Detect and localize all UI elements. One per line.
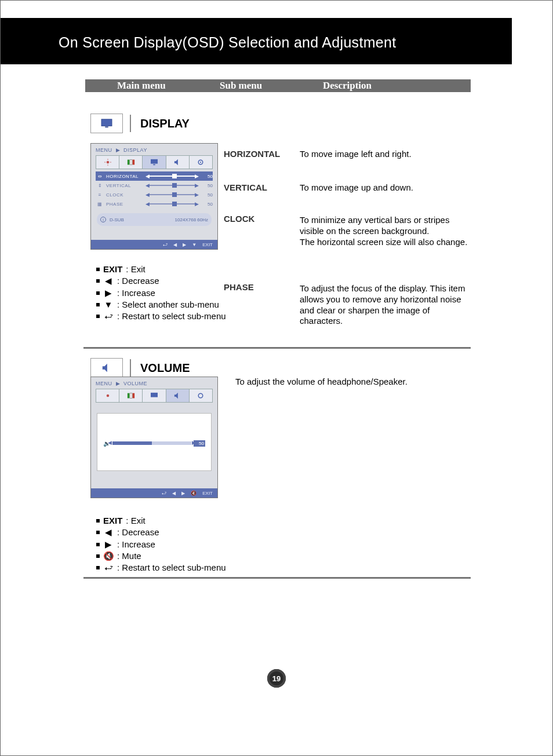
- sub-clock: CLOCK: [224, 214, 254, 224]
- desc-horizontal: To move image left and right.: [300, 149, 468, 160]
- right-icon[interactable]: ▶: [181, 491, 185, 496]
- horizontal-icon: ⇔: [96, 174, 104, 179]
- tab-volume[interactable]: [166, 389, 190, 402]
- slider[interactable]: ◀▶: [145, 183, 199, 188]
- key-exit-desc: : Exit: [126, 264, 145, 275]
- key-left-desc: : Decrease: [117, 527, 159, 538]
- osd-breadcrumb: MENU ▶ VOLUME: [91, 377, 217, 389]
- osd-row-clock[interactable]: ≡ CLOCK ◀▶ 50: [96, 190, 213, 199]
- svg-rect-18: [130, 393, 132, 399]
- legend-sub: Sub menu: [220, 80, 262, 92]
- mute-icon: 🔇: [103, 550, 114, 562]
- return-icon[interactable]: ⮐: [163, 242, 168, 247]
- down-icon[interactable]: ▼: [192, 242, 197, 247]
- key-exit-desc: : Exit: [126, 515, 145, 527]
- key-return-desc: : Restart to select sub-menu: [117, 562, 226, 574]
- desc-volume: To adjust the volume of headphone/Speake…: [235, 377, 456, 386]
- key-return-desc: : Restart to select sub-menu: [117, 311, 226, 322]
- svg-rect-8: [130, 160, 132, 165]
- tab-settings[interactable]: [190, 156, 212, 169]
- left-icon[interactable]: ◀: [172, 491, 176, 496]
- left-icon: ◀: [103, 527, 114, 538]
- osd-row-label: PHASE: [106, 202, 143, 207]
- osd-breadcrumb: MENU ▶ DISPLAY: [91, 144, 217, 155]
- desc-clock: To minimize any vertical bars or stripes…: [300, 215, 468, 247]
- osd-row-horizontal[interactable]: ⇔ HORIZONTAL ◀▶ 50: [96, 171, 213, 181]
- vertical-icon: ⇕: [96, 183, 104, 188]
- osd-row-value: 50: [201, 183, 213, 188]
- svg-rect-9: [132, 160, 134, 165]
- svg-marker-15: [103, 364, 107, 372]
- osd-volume-screenshot: MENU ▶ VOLUME 🔈 ◀▶ 50 ⮐ ◀ ▶ 🔇 EXIT: [90, 377, 218, 498]
- svg-marker-21: [174, 393, 178, 399]
- return-icon[interactable]: ⮐: [162, 491, 166, 496]
- volume-slider[interactable]: 🔈 ◀▶ 50: [103, 439, 205, 447]
- tab-color[interactable]: [119, 156, 143, 169]
- osd-tabs: [96, 389, 213, 403]
- down-icon: ▼: [103, 299, 114, 311]
- desc-vertical: To move image up and down.: [300, 182, 468, 193]
- section-divider: [83, 577, 471, 579]
- svg-rect-17: [128, 393, 130, 399]
- osd-display-screenshot: MENU ▶ DISPLAY ⇔ HORIZONTAL ◀▶ 50 ⇕ VERT…: [90, 143, 218, 250]
- volume-title: VOLUME: [140, 361, 190, 375]
- key-legend-display: EXIT : Exit ◀ : Decrease ▶ : Increase ▼ …: [96, 264, 247, 322]
- tab-display[interactable]: [143, 389, 166, 402]
- info-icon: i: [100, 217, 106, 222]
- key-right-desc: : Increase: [117, 287, 155, 299]
- info-source: D-SUB: [110, 217, 124, 222]
- display-icon: [90, 114, 123, 133]
- osd-list: ⇔ HORIZONTAL ◀▶ 50 ⇕ VERTICAL ◀▶ 50 ≡ CL…: [96, 171, 213, 209]
- volume-section-header: VOLUME: [90, 358, 190, 378]
- exit-label[interactable]: EXIT: [202, 491, 213, 496]
- display-section-header: DISPLAY: [90, 114, 190, 133]
- left-icon: ◀: [103, 275, 114, 287]
- key-right-desc: : Increase: [117, 539, 155, 550]
- svg-rect-1: [105, 126, 108, 127]
- svg-rect-11: [153, 164, 155, 165]
- svg-point-16: [106, 395, 109, 397]
- right-icon: ▶: [103, 539, 114, 550]
- sub-horizontal: HORIZONTAL: [224, 149, 280, 159]
- mute-icon[interactable]: 🔇: [191, 491, 197, 496]
- osd-row-vertical[interactable]: ⇕ VERTICAL ◀▶ 50: [96, 181, 213, 190]
- svg-rect-19: [132, 393, 134, 399]
- right-icon[interactable]: ▶: [183, 242, 186, 247]
- volume-icon: [90, 358, 123, 378]
- tab-display[interactable]: [143, 156, 166, 169]
- svg-rect-10: [151, 159, 158, 164]
- slider[interactable]: ◀▶: [145, 174, 199, 178]
- key-left-desc: : Decrease: [117, 275, 159, 287]
- page-frame: On Screen Display(OSD) Selection and Adj…: [0, 0, 553, 756]
- section-divider: [83, 347, 471, 349]
- osd-footer: ⮐ ◀ ▶ 🔇 EXIT: [91, 488, 217, 498]
- left-icon[interactable]: ◀: [173, 242, 177, 247]
- divider: [130, 359, 131, 377]
- page-number: 19: [267, 669, 286, 688]
- svg-marker-12: [174, 159, 178, 165]
- tab-color[interactable]: [119, 389, 143, 402]
- slider[interactable]: ◀▶: [145, 192, 199, 197]
- osd-footer: ⮐ ◀ ▶ ▼ EXIT: [91, 240, 217, 249]
- exit-label[interactable]: EXIT: [202, 242, 213, 247]
- svg-point-14: [200, 162, 201, 163]
- tab-brightness[interactable]: [96, 389, 119, 402]
- slider[interactable]: ◀▶: [145, 202, 199, 206]
- osd-row-value: 50: [201, 174, 213, 179]
- svg-point-2: [106, 161, 109, 164]
- tab-settings[interactable]: [190, 389, 212, 402]
- tab-brightness[interactable]: [96, 156, 119, 169]
- svg-point-22: [199, 393, 203, 398]
- tab-volume[interactable]: [166, 156, 190, 169]
- phase-icon: ▦: [96, 202, 104, 207]
- return-icon: ⮐: [103, 311, 114, 322]
- osd-row-value: 50: [201, 202, 213, 207]
- osd-row-phase[interactable]: ▦ PHASE ◀▶ 50: [96, 199, 213, 209]
- info-mode: 1024X768 60Hz: [175, 217, 208, 222]
- key-down-desc: : Select another sub-menu: [117, 299, 219, 311]
- key-exit-label: EXIT: [103, 515, 122, 527]
- osd-info: i D-SUB 1024X768 60Hz: [97, 213, 212, 226]
- key-exit-label: EXIT: [103, 264, 122, 275]
- crumb-leaf: VOLUME: [123, 381, 147, 386]
- sub-vertical: VERTICAL: [224, 182, 267, 192]
